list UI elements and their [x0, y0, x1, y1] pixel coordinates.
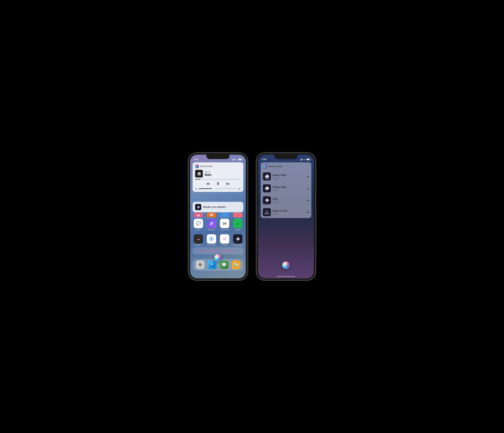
- app-tasks[interactable]: • Tasks: [219, 234, 230, 246]
- media-controls: ⏮ ⏸ ⏭: [195, 181, 241, 186]
- svg-line-21: [268, 178, 269, 179]
- back-button[interactable]: ‹ Back: [261, 162, 268, 166]
- progress-bar[interactable]: [195, 179, 241, 180]
- svg-line-10: [237, 240, 238, 241]
- dock-safari[interactable]: [208, 261, 216, 269]
- svg-line-18: [266, 178, 267, 179]
- app-spotify[interactable]: ♪ Spotify: [232, 219, 243, 231]
- back-chevron-icon: ‹: [261, 162, 261, 166]
- suggestion-text: Maybe you wanted...: [203, 206, 238, 209]
- back-label: Back: [262, 162, 268, 166]
- notch: [207, 155, 230, 159]
- app-overviewer[interactable]: OverViewer: [206, 234, 217, 246]
- media-player-card[interactable]: DARK NOISE iPhone Rain: [193, 162, 243, 192]
- heavy-rain-sub: Music: [273, 177, 306, 179]
- time: 3:10: [194, 158, 198, 161]
- app-darknoise[interactable]: • Dark Noise: [232, 234, 243, 246]
- album-art: [195, 170, 203, 178]
- svg-line-0: [198, 175, 198, 176]
- svg-line-24: [268, 190, 268, 191]
- svg-line-32: [267, 214, 267, 215]
- svg-line-3: [200, 175, 200, 176]
- dn-item-drippy-rain[interactable]: Drippy Rain Music ▶: [261, 182, 311, 194]
- drippy-rain-text: Drippy Rain Music: [273, 186, 306, 191]
- siri-ball-2[interactable]: [282, 261, 290, 269]
- device-label: iPhone: [205, 171, 211, 173]
- svg-line-6: [198, 208, 198, 209]
- svg-line-1: [198, 175, 199, 176]
- svg-line-33: [268, 214, 268, 215]
- pause-button[interactable]: ⏸: [216, 181, 220, 186]
- siri-ball[interactable]: [214, 254, 222, 262]
- app-overviewer-label: OverViewer: [207, 244, 216, 246]
- dock-overcast[interactable]: 📡: [232, 261, 240, 269]
- iphone-1: 3:10 ▲ DARK NOISE: [189, 153, 247, 280]
- app-row-1: 💬 Slack Shortcuts Qd Quick Draft: [190, 219, 246, 231]
- signal-bars: [232, 159, 235, 160]
- svg-line-26: [266, 201, 267, 202]
- signal-bars-2: [300, 159, 303, 160]
- drippy-rain-icon: [264, 186, 270, 191]
- drippy-rain-art: [263, 184, 271, 192]
- rain-on-tent-play-button[interactable]: ▶: [307, 211, 309, 213]
- svg-line-23: [267, 190, 267, 191]
- app-darknoise-label: • Dark Noise: [233, 244, 243, 246]
- dock-messages[interactable]: 💬: [220, 261, 228, 269]
- forward-button[interactable]: ⏭: [226, 182, 230, 186]
- app-carrot-label: CARROT°: [194, 244, 202, 246]
- status-right: ▲: [232, 158, 242, 161]
- home-indicator: [277, 276, 295, 277]
- svg-line-11: [238, 240, 239, 241]
- svg-line-20: [268, 178, 268, 179]
- wifi-icon-2: ▲: [304, 158, 306, 161]
- svg-line-25: [266, 201, 266, 202]
- app-quickdraft[interactable]: Qd Quick Draft: [219, 219, 230, 231]
- volume-slider[interactable]: [199, 188, 237, 189]
- app-carrot[interactable]: ☁ CARROT°: [193, 234, 204, 246]
- time-2: 3:10: [262, 158, 266, 161]
- volume-low-icon: 🔈: [195, 188, 198, 190]
- darknoise-icon: [235, 236, 241, 242]
- rain-on-tent-art: [263, 208, 271, 216]
- media-track-info: iPhone Rain: [205, 171, 211, 177]
- rain-on-tent-text: Rain on Tent Music: [273, 209, 306, 215]
- rewind-button[interactable]: ⏮: [207, 182, 210, 186]
- svg-line-9: [236, 240, 237, 241]
- rain-play-button[interactable]: ▶: [307, 199, 309, 201]
- dock-settings[interactable]: ⚙: [196, 261, 205, 269]
- dn-item-heavy-rain[interactable]: Heavy Rain Music ▶: [261, 171, 311, 182]
- rain-sub: Music: [273, 201, 306, 203]
- overviewer-icon: [209, 236, 214, 242]
- track-name: Rain: [205, 173, 211, 177]
- heavy-rain-icon: [264, 174, 270, 179]
- volume-high-icon: 🔊: [239, 188, 241, 190]
- svg-line-2: [199, 175, 200, 176]
- dark-noise-icon-small: [195, 164, 199, 168]
- battery-icon: [238, 159, 242, 160]
- wifi-icon: ▲: [236, 158, 237, 161]
- svg-marker-29: [265, 210, 269, 214]
- rain-name: Rain: [273, 198, 306, 201]
- volume-row: 🔈 🔊: [195, 188, 241, 190]
- app-slack-label: Slack: [196, 229, 200, 231]
- drippy-rain-name: Drippy Rain: [273, 186, 306, 189]
- drippy-rain-play-button[interactable]: ▶: [307, 187, 309, 189]
- suggestion-card[interactable]: Maybe you wanted... ›: [193, 202, 243, 212]
- dn-title: DARK NOISE: [269, 165, 282, 168]
- svg-line-28: [268, 201, 268, 202]
- heavy-rain-play-button[interactable]: ▶: [307, 175, 309, 178]
- app-shortcuts[interactable]: Shortcuts: [206, 219, 217, 231]
- iphone-2: 3:10 ▲ ‹ Back: [257, 153, 315, 280]
- dn-item-rain-on-tent[interactable]: Rain on Tent Music ▶: [261, 206, 311, 218]
- svg-point-8: [211, 238, 212, 240]
- rain-art: [263, 196, 271, 204]
- rain-on-tent-name: Rain on Tent: [273, 209, 306, 212]
- media-app-name: DARK NOISE: [200, 165, 212, 167]
- battery-icon-2: [306, 159, 310, 160]
- dn-item-rain[interactable]: Rain Music ▶: [261, 194, 311, 206]
- app-slack[interactable]: 💬 Slack: [193, 219, 204, 231]
- app-tasks-label: • Tasks: [222, 244, 227, 246]
- svg-line-17: [266, 178, 266, 179]
- app-spotify-label: Spotify: [235, 229, 240, 231]
- siri-suggestion-text: Now playing 'Rain' on Dark Noise...: [199, 249, 237, 252]
